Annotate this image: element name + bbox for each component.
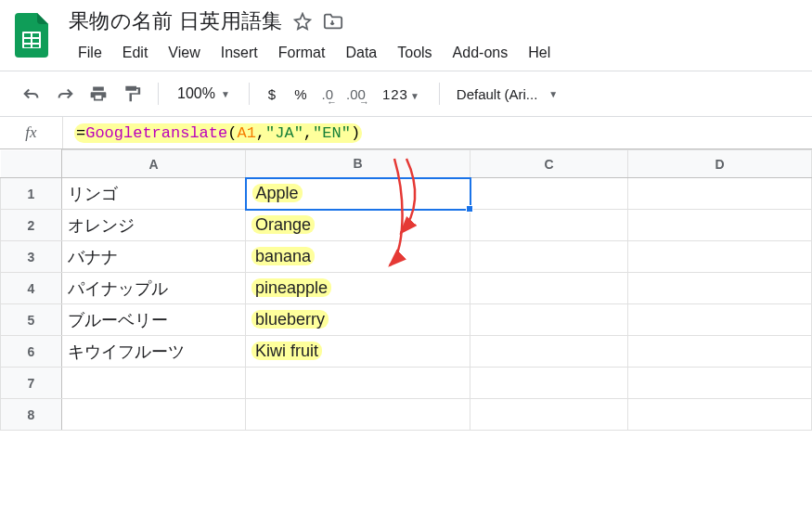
title-area: 果物の名前 日英用語集 File Edit View Insert Format… xyxy=(69,7,799,65)
table-row: 7 xyxy=(1,368,812,399)
cell-b2[interactable]: Orange xyxy=(246,210,470,241)
cell-c4[interactable] xyxy=(470,273,628,304)
table-row: 6 キウイフルーツ Kiwi fruit xyxy=(1,336,812,368)
decrease-decimal-button[interactable]: .0← xyxy=(318,79,338,109)
menu-addons[interactable]: Add-ons xyxy=(444,41,518,65)
menu-file[interactable]: File xyxy=(69,41,111,65)
column-header-c[interactable]: C xyxy=(470,150,628,178)
number-format-button[interactable]: 123▼ xyxy=(375,84,428,104)
zoom-selector[interactable]: 100% ▼ xyxy=(170,84,238,104)
redo-button[interactable] xyxy=(50,79,80,109)
cell-a6[interactable]: キウイフルーツ xyxy=(62,336,246,368)
sheets-logo xyxy=(13,11,50,59)
table-row: 4 パイナップル pineapple xyxy=(1,273,812,304)
cell-c2[interactable] xyxy=(470,210,628,241)
cell-d3[interactable] xyxy=(628,241,812,273)
row-header-5[interactable]: 5 xyxy=(1,304,62,336)
title-row: 果物の名前 日英用語集 xyxy=(69,7,799,35)
font-selector[interactable]: Default (Ari... ▼ xyxy=(451,84,563,104)
toolbar-separator xyxy=(158,83,159,105)
svg-rect-3 xyxy=(24,39,31,43)
cell-a1[interactable]: リンゴ xyxy=(62,178,246,210)
cell-a5[interactable]: ブルーベリー xyxy=(62,304,246,336)
menu-bar: File Edit View Insert Format Data Tools … xyxy=(69,41,799,65)
cell-a7[interactable] xyxy=(62,368,246,399)
svg-rect-6 xyxy=(32,45,39,47)
fx-label[interactable]: fx xyxy=(0,117,63,148)
percent-format-button[interactable]: % xyxy=(287,84,314,104)
column-header-d[interactable]: D xyxy=(628,150,812,178)
undo-button[interactable] xyxy=(17,79,46,109)
cell-b6[interactable]: Kiwi fruit xyxy=(246,336,470,368)
cell-d1[interactable] xyxy=(628,178,812,210)
increase-decimal-button[interactable]: .00→ xyxy=(341,79,371,109)
toolbar-separator xyxy=(439,83,440,105)
table-row: 2 オレンジ Orange xyxy=(1,210,812,241)
cell-c3[interactable] xyxy=(470,241,628,273)
select-all-corner[interactable] xyxy=(1,150,62,178)
cell-c6[interactable] xyxy=(470,336,628,368)
cell-b1[interactable]: Apple xyxy=(246,178,470,210)
menu-view[interactable]: View xyxy=(159,41,209,65)
cell-b3[interactable]: banana xyxy=(246,241,470,273)
print-button[interactable] xyxy=(84,79,113,109)
table-row: 5 ブルーベリー blueberry xyxy=(1,304,812,336)
row-header-2[interactable]: 2 xyxy=(1,210,62,241)
cell-b5[interactable]: blueberry xyxy=(246,304,470,336)
toolbar-separator xyxy=(249,83,250,105)
formula-bar: fx =Googletranslate(A1,"JA","EN") xyxy=(0,116,812,149)
row-header-7[interactable]: 7 xyxy=(1,368,62,399)
column-header-a[interactable]: A xyxy=(62,150,246,178)
cell-d2[interactable] xyxy=(628,210,812,241)
cell-d4[interactable] xyxy=(628,273,812,304)
menu-edit[interactable]: Edit xyxy=(113,41,158,65)
row-header-8[interactable]: 8 xyxy=(1,399,62,431)
svg-rect-5 xyxy=(24,45,31,47)
document-title[interactable]: 果物の名前 日英用語集 xyxy=(69,7,282,35)
cell-d8[interactable] xyxy=(628,399,812,431)
cell-d7[interactable] xyxy=(628,368,812,399)
menu-data[interactable]: Data xyxy=(336,41,386,65)
star-icon[interactable] xyxy=(293,12,312,31)
table-row: 8 xyxy=(1,399,812,431)
column-header-b[interactable]: B xyxy=(246,150,470,178)
currency-format-button[interactable]: $ xyxy=(261,84,283,104)
menu-tools[interactable]: Tools xyxy=(388,41,441,65)
cell-c8[interactable] xyxy=(470,399,628,431)
cell-c1[interactable] xyxy=(470,178,628,210)
cell-d5[interactable] xyxy=(628,304,812,336)
paint-format-button[interactable] xyxy=(117,79,147,109)
cell-a3[interactable]: バナナ xyxy=(62,241,246,273)
svg-rect-2 xyxy=(32,33,39,37)
row-header-4[interactable]: 4 xyxy=(1,273,62,304)
menu-insert[interactable]: Insert xyxy=(212,41,267,65)
cell-c5[interactable] xyxy=(470,304,628,336)
menu-format[interactable]: Format xyxy=(269,41,335,65)
cell-b8[interactable] xyxy=(246,399,470,431)
cell-d6[interactable] xyxy=(628,336,812,368)
cell-a8[interactable] xyxy=(62,399,246,431)
cell-b4[interactable]: pineapple xyxy=(246,273,470,304)
svg-rect-1 xyxy=(24,33,31,37)
app-header: 果物の名前 日英用語集 File Edit View Insert Format… xyxy=(0,0,812,65)
cell-a2[interactable]: オレンジ xyxy=(62,210,246,241)
table-row: 1 リンゴ Apple xyxy=(1,178,812,210)
row-header-1[interactable]: 1 xyxy=(1,178,62,210)
chevron-down-icon: ▼ xyxy=(221,89,230,99)
spreadsheet-grid: A B C D 1 リンゴ Apple 2 オレンジ Orange 3 バナナ … xyxy=(0,149,812,431)
svg-rect-4 xyxy=(32,39,39,43)
cell-b7[interactable] xyxy=(246,368,470,399)
row-header-3[interactable]: 3 xyxy=(1,241,62,273)
move-folder-icon[interactable] xyxy=(323,12,343,31)
cell-a4[interactable]: パイナップル xyxy=(62,273,246,304)
zoom-value: 100% xyxy=(177,85,215,102)
chevron-down-icon: ▼ xyxy=(548,89,558,99)
chevron-down-icon: ▼ xyxy=(410,91,420,101)
menu-help[interactable]: Hel xyxy=(519,41,560,65)
formula-input[interactable]: =Googletranslate(A1,"JA","EN") xyxy=(63,123,373,143)
font-name: Default (Ari... xyxy=(457,86,538,102)
table-row: 3 バナナ banana xyxy=(1,241,812,273)
cell-c7[interactable] xyxy=(470,368,628,399)
toolbar: 100% ▼ $ % .0← .00→ 123▼ Default (Ari...… xyxy=(0,71,812,116)
row-header-6[interactable]: 6 xyxy=(1,336,62,368)
